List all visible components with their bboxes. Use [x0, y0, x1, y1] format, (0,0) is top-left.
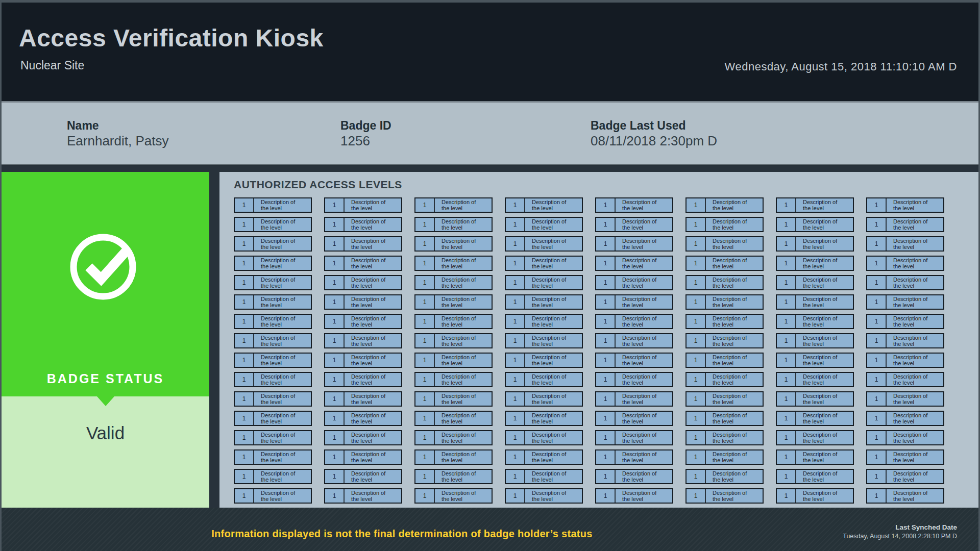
access-level-number: 1 — [235, 412, 254, 425]
access-level-badge: 1Description ofthe level — [685, 236, 764, 252]
access-level-number: 1 — [867, 237, 887, 251]
access-level-badge: 1Description ofthe level — [234, 372, 312, 387]
access-level-description: Description ofthe level — [616, 489, 656, 503]
access-level-description: Description ofthe level — [887, 450, 927, 464]
access-level-description: Description ofthe level — [435, 412, 476, 425]
access-level-badge: 1Description ofthe level — [234, 236, 312, 252]
horizontal-divider — [2, 165, 978, 172]
access-level-number: 1 — [325, 198, 345, 212]
access-level-badge: 1Description ofthe level — [866, 430, 944, 445]
access-level-badge: 1Description ofthe level — [414, 333, 493, 348]
access-level-badge: 1Description ofthe level — [866, 411, 944, 426]
access-level-number: 1 — [867, 218, 887, 231]
access-level-number: 1 — [687, 392, 706, 406]
access-level-description: Description ofthe level — [796, 237, 837, 251]
access-level-description: Description ofthe level — [525, 198, 566, 212]
access-level-number: 1 — [777, 489, 796, 503]
access-level-badge: 1Description ofthe level — [234, 275, 312, 290]
access-level-badge: 1Description ofthe level — [414, 430, 493, 445]
access-level-badge: 1Description ofthe level — [505, 449, 583, 465]
access-level-badge: 1Description ofthe level — [414, 256, 493, 271]
access-level-number: 1 — [687, 450, 706, 464]
access-level-badge: 1Description ofthe level — [234, 353, 312, 368]
access-level-description: Description ofthe level — [616, 431, 656, 444]
access-level-description: Description ofthe level — [706, 198, 747, 212]
access-level-badge: 1Description ofthe level — [414, 217, 493, 232]
access-level-number: 1 — [867, 392, 887, 406]
access-level-description: Description ofthe level — [435, 257, 476, 270]
access-level-number: 1 — [687, 373, 706, 386]
access-level-number: 1 — [687, 218, 706, 231]
access-level-number: 1 — [777, 354, 796, 367]
access-level-number: 1 — [867, 373, 887, 386]
access-level-description: Description ofthe level — [525, 412, 566, 425]
access-level-badge: 1Description ofthe level — [685, 314, 764, 329]
access-level-description: Description ofthe level — [616, 295, 656, 309]
access-level-description: Description ofthe level — [254, 334, 295, 347]
access-level-number: 1 — [235, 392, 254, 406]
access-level-description: Description ofthe level — [616, 373, 656, 386]
access-level-number: 1 — [867, 334, 887, 347]
access-level-number: 1 — [325, 392, 345, 406]
access-level-number: 1 — [506, 373, 525, 386]
access-level-badge: 1Description ofthe level — [685, 197, 764, 213]
access-level-number: 1 — [235, 218, 254, 231]
access-level-description: Description ofthe level — [887, 198, 927, 212]
access-level-badge: 1Description ofthe level — [234, 488, 312, 504]
access-level-description: Description ofthe level — [887, 354, 927, 367]
access-level-badge: 1Description ofthe level — [414, 197, 493, 213]
access-level-description: Description ofthe level — [706, 354, 747, 367]
access-level-description: Description ofthe level — [254, 470, 295, 483]
access-level-number: 1 — [415, 198, 435, 212]
access-level-description: Description ofthe level — [796, 373, 837, 386]
access-level-number: 1 — [235, 237, 254, 251]
access-level-badge: 1Description ofthe level — [324, 488, 402, 504]
access-level-description: Description ofthe level — [706, 450, 747, 464]
access-level-badge: 1Description ofthe level — [776, 353, 854, 368]
access-level-badge: 1Description ofthe level — [685, 256, 764, 271]
access-level-number: 1 — [777, 276, 796, 289]
badge-status-panel: BADGE STATUS Valid — [2, 172, 209, 508]
access-level-description: Description ofthe level — [887, 373, 927, 386]
access-level-number: 1 — [596, 373, 616, 386]
access-level-number: 1 — [325, 431, 345, 444]
access-level-badge: 1Description ofthe level — [866, 217, 944, 232]
access-level-number: 1 — [415, 354, 435, 367]
access-level-badge: 1Description ofthe level — [414, 469, 493, 484]
disclaimer-text: Information displayed is not the final d… — [211, 528, 593, 540]
access-level-description: Description ofthe level — [887, 412, 927, 425]
access-level-badge: 1Description ofthe level — [234, 256, 312, 271]
access-level-number: 1 — [415, 489, 435, 503]
access-level-number: 1 — [235, 198, 254, 212]
access-level-badge: 1Description ofthe level — [324, 217, 402, 232]
access-level-badge: 1Description ofthe level — [234, 197, 312, 213]
access-level-number: 1 — [777, 257, 796, 270]
access-level-number: 1 — [325, 257, 345, 270]
access-level-number: 1 — [596, 237, 616, 251]
access-level-badge: 1Description ofthe level — [595, 217, 673, 232]
access-level-description: Description ofthe level — [254, 412, 295, 425]
access-level-badge: 1Description ofthe level — [685, 275, 764, 290]
access-level-badge: 1Description ofthe level — [776, 236, 854, 252]
access-level-badge: 1Description ofthe level — [324, 197, 402, 213]
access-level-description: Description ofthe level — [796, 470, 837, 483]
access-level-description: Description ofthe level — [254, 218, 295, 231]
access-level-description: Description ofthe level — [616, 450, 656, 464]
access-level-number: 1 — [415, 392, 435, 406]
access-level-badge: 1Description ofthe level — [414, 372, 493, 387]
access-level-description: Description ofthe level — [796, 450, 837, 464]
access-level-number: 1 — [325, 470, 345, 483]
access-level-number: 1 — [506, 354, 525, 367]
access-level-badge: 1Description ofthe level — [595, 314, 673, 329]
access-level-badge: 1Description ofthe level — [324, 372, 402, 387]
access-level-badge: 1Description ofthe level — [776, 372, 854, 387]
access-level-description: Description ofthe level — [525, 276, 566, 289]
header: Access Verification Kiosk Nuclear Site W… — [2, 3, 978, 101]
access-level-description: Description ofthe level — [706, 431, 747, 444]
access-level-badge: 1Description ofthe level — [866, 236, 944, 252]
access-level-badge: 1Description ofthe level — [595, 236, 673, 252]
access-level-number: 1 — [596, 354, 616, 367]
access-level-description: Description ofthe level — [887, 470, 927, 483]
access-level-badge: 1Description ofthe level — [685, 411, 764, 426]
access-level-description: Description ofthe level — [616, 315, 656, 328]
